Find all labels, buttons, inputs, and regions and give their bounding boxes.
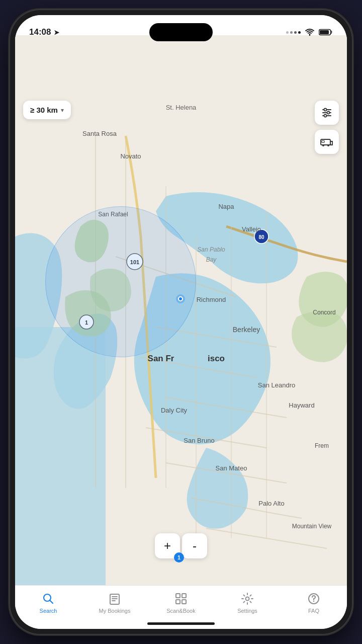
svg-text:isco: isco <box>208 354 225 363</box>
svg-text:Frem: Frem <box>315 442 329 449</box>
svg-line-49 <box>50 601 53 604</box>
phone-frame: 101 80 1 Novato San Rafael San Pablo Bay… <box>10 10 352 634</box>
svg-rect-56 <box>176 600 180 604</box>
faq-nav-label: FAQ <box>308 608 319 614</box>
distance-filter[interactable]: ≥ 30 km ▾ <box>23 101 71 119</box>
bookings-nav-icon <box>108 592 122 606</box>
nav-scan[interactable]: Scan&Book <box>148 592 214 614</box>
svg-text:Daly City: Daly City <box>161 407 188 414</box>
svg-rect-57 <box>182 600 186 604</box>
svg-text:Hayward: Hayward <box>289 401 314 409</box>
dynamic-island <box>149 23 213 41</box>
faq-nav-icon <box>307 592 321 606</box>
svg-point-58 <box>246 597 249 601</box>
sliders-icon <box>321 107 333 119</box>
svg-text:80: 80 <box>258 234 264 240</box>
status-time: 14:08 ➤ <box>29 27 59 37</box>
svg-text:1: 1 <box>85 319 88 326</box>
settings-nav-icon <box>240 592 254 606</box>
current-location-pin <box>176 294 185 303</box>
svg-point-41 <box>324 109 327 111</box>
svg-rect-44 <box>321 139 330 145</box>
svg-text:San Bruno: San Bruno <box>184 437 214 444</box>
home-indicator <box>147 622 215 625</box>
distance-label: ≥ 30 km <box>30 106 58 114</box>
svg-text:St. Helena: St. Helena <box>166 104 197 111</box>
svg-point-45 <box>322 144 324 146</box>
svg-point-43 <box>324 115 327 117</box>
signal-dots <box>286 31 301 34</box>
svg-text:Mountain View: Mountain View <box>292 523 332 530</box>
svg-text:San Fr: San Fr <box>148 354 174 363</box>
nav-search[interactable]: Search <box>15 592 81 614</box>
svg-text:Richmond: Richmond <box>197 296 226 303</box>
svg-text:Vallejo: Vallejo <box>242 225 261 233</box>
svg-text:101: 101 <box>130 259 139 265</box>
location-arrow-icon: ➤ <box>54 29 59 36</box>
search-nav-label: Search <box>40 608 57 614</box>
phone-screen: 101 80 1 Novato San Rafael San Pablo Bay… <box>15 15 347 629</box>
search-nav-icon <box>41 592 55 606</box>
svg-rect-54 <box>176 594 180 598</box>
zoom-badge: 1 <box>174 552 184 562</box>
rv-icon <box>320 137 333 147</box>
svg-point-46 <box>327 144 329 146</box>
map-controls-right <box>315 101 339 154</box>
svg-text:San Rafael: San Rafael <box>98 211 128 218</box>
scan-nav-icon <box>174 592 188 606</box>
vehicle-control-button[interactable] <box>315 130 339 154</box>
wifi-icon <box>305 28 315 36</box>
bookings-nav-label: My Bookings <box>99 608 131 614</box>
battery-icon <box>319 28 333 36</box>
svg-text:Palo Alto: Palo Alto <box>258 500 284 507</box>
svg-rect-30 <box>320 30 329 34</box>
svg-text:San Pablo: San Pablo <box>197 246 225 253</box>
svg-rect-50 <box>110 594 119 604</box>
nav-bookings[interactable]: My Bookings <box>81 592 148 614</box>
svg-text:San Leandro: San Leandro <box>258 381 295 389</box>
svg-text:Concord: Concord <box>313 309 335 316</box>
nav-settings[interactable]: Settings <box>214 592 281 614</box>
svg-rect-47 <box>322 141 324 143</box>
filter-control-button[interactable] <box>315 101 339 125</box>
svg-text:San Mateo: San Mateo <box>216 464 247 472</box>
scan-nav-label: Scan&Book <box>166 608 195 614</box>
nav-faq[interactable]: FAQ <box>281 592 347 614</box>
svg-text:Novato: Novato <box>120 152 141 160</box>
zoom-controls: + 1 - <box>155 533 207 558</box>
svg-point-60 <box>313 601 314 602</box>
svg-text:Bay: Bay <box>206 256 217 263</box>
svg-text:Napa: Napa <box>218 203 234 210</box>
status-icons <box>286 28 333 36</box>
zoom-in-button[interactable]: + 1 <box>155 533 180 558</box>
svg-rect-55 <box>182 594 186 598</box>
svg-text:Santa Rosa: Santa Rosa <box>82 130 117 137</box>
svg-point-42 <box>327 112 330 114</box>
svg-text:Berkeley: Berkeley <box>233 326 260 334</box>
zoom-out-button[interactable]: - <box>182 533 207 558</box>
chevron-down-icon: ▾ <box>61 107 64 114</box>
settings-nav-label: Settings <box>237 608 257 614</box>
